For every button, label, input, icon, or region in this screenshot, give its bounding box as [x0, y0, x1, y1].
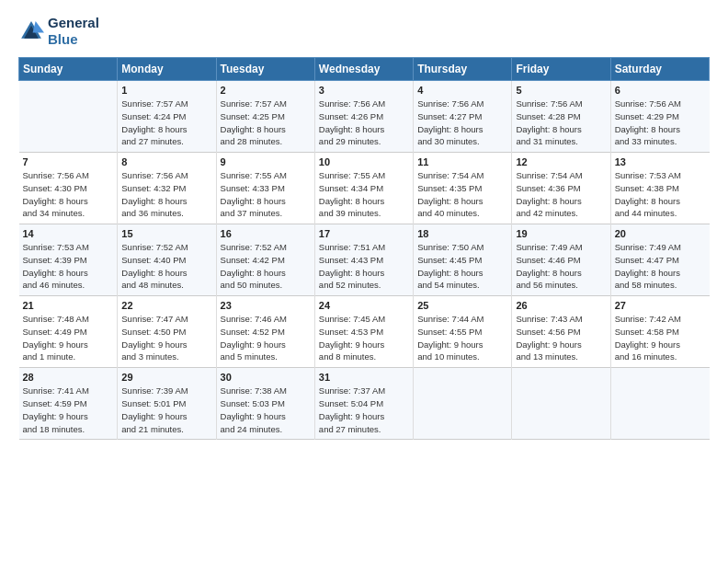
calendar-cell: 19Sunrise: 7:49 AM Sunset: 4:46 PM Dayli… [512, 224, 610, 296]
day-number: 2 [221, 85, 311, 96]
day-number: 4 [417, 85, 507, 96]
calendar-row-0: 1Sunrise: 7:57 AM Sunset: 4:24 PM Daylig… [19, 81, 710, 153]
day-number: 30 [221, 372, 311, 383]
column-headers: SundayMondayTuesdayWednesdayThursdayFrid… [19, 58, 710, 81]
calendar-cell: 28Sunrise: 7:41 AM Sunset: 4:59 PM Dayli… [19, 368, 118, 440]
day-number: 10 [319, 156, 409, 167]
calendar-row-1: 7Sunrise: 7:56 AM Sunset: 4:30 PM Daylig… [19, 153, 710, 224]
calendar-cell [512, 368, 610, 440]
day-info: Sunrise: 7:49 AM Sunset: 4:46 PM Dayligh… [516, 241, 606, 292]
day-number: 8 [121, 156, 211, 167]
day-info: Sunrise: 7:46 AM Sunset: 4:52 PM Dayligh… [221, 313, 311, 363]
day-number: 22 [121, 300, 211, 311]
day-number: 1 [121, 85, 211, 96]
logo-icon [18, 18, 44, 44]
day-number: 24 [319, 300, 409, 311]
calendar-cell: 25Sunrise: 7:44 AM Sunset: 4:55 PM Dayli… [414, 296, 512, 368]
day-number: 3 [319, 85, 409, 96]
day-info: Sunrise: 7:56 AM Sunset: 4:28 PM Dayligh… [516, 98, 606, 148]
calendar-cell: 2Sunrise: 7:57 AM Sunset: 4:25 PM Daylig… [216, 81, 314, 153]
calendar-row-2: 14Sunrise: 7:53 AM Sunset: 4:39 PM Dayli… [19, 224, 710, 296]
calendar-cell: 11Sunrise: 7:54 AM Sunset: 4:35 PM Dayli… [414, 153, 512, 224]
calendar-cell: 10Sunrise: 7:55 AM Sunset: 4:34 PM Dayli… [314, 153, 413, 224]
day-info: Sunrise: 7:48 AM Sunset: 4:49 PM Dayligh… [23, 313, 114, 363]
day-info: Sunrise: 7:52 AM Sunset: 4:42 PM Dayligh… [221, 241, 311, 292]
day-info: Sunrise: 7:49 AM Sunset: 4:47 PM Dayligh… [615, 241, 706, 292]
day-info: Sunrise: 7:51 AM Sunset: 4:43 PM Dayligh… [319, 241, 409, 292]
day-number: 27 [615, 300, 706, 311]
calendar-cell: 31Sunrise: 7:37 AM Sunset: 5:04 PM Dayli… [314, 368, 413, 440]
calendar-cell: 18Sunrise: 7:50 AM Sunset: 4:45 PM Dayli… [414, 224, 512, 296]
day-number: 21 [23, 300, 114, 311]
day-info: Sunrise: 7:57 AM Sunset: 4:24 PM Dayligh… [121, 98, 211, 148]
day-number: 12 [516, 156, 606, 167]
day-number: 18 [417, 228, 507, 239]
header: General Blue [18, 15, 710, 48]
day-info: Sunrise: 7:57 AM Sunset: 4:25 PM Dayligh… [221, 98, 311, 148]
day-info: Sunrise: 7:44 AM Sunset: 4:55 PM Dayligh… [417, 313, 507, 363]
day-info: Sunrise: 7:50 AM Sunset: 4:45 PM Dayligh… [417, 241, 507, 292]
calendar-cell: 30Sunrise: 7:38 AM Sunset: 5:03 PM Dayli… [216, 368, 314, 440]
col-header-sunday: Sunday [19, 58, 118, 81]
calendar-cell: 12Sunrise: 7:54 AM Sunset: 4:36 PM Dayli… [512, 153, 610, 224]
calendar-cell: 9Sunrise: 7:55 AM Sunset: 4:33 PM Daylig… [216, 153, 314, 224]
day-number: 25 [417, 300, 507, 311]
day-info: Sunrise: 7:38 AM Sunset: 5:03 PM Dayligh… [221, 385, 311, 435]
calendar-cell: 13Sunrise: 7:53 AM Sunset: 4:38 PM Dayli… [610, 153, 709, 224]
day-number: 31 [319, 372, 409, 383]
calendar-cell: 23Sunrise: 7:46 AM Sunset: 4:52 PM Dayli… [216, 296, 314, 368]
day-info: Sunrise: 7:54 AM Sunset: 4:36 PM Dayligh… [516, 169, 606, 220]
day-number: 17 [319, 228, 409, 239]
day-info: Sunrise: 7:37 AM Sunset: 5:04 PM Dayligh… [319, 385, 409, 435]
calendar-cell: 14Sunrise: 7:53 AM Sunset: 4:39 PM Dayli… [19, 224, 118, 296]
day-number: 16 [221, 228, 311, 239]
day-number: 7 [23, 156, 114, 167]
calendar-cell: 3Sunrise: 7:56 AM Sunset: 4:26 PM Daylig… [314, 81, 413, 153]
calendar-cell: 8Sunrise: 7:56 AM Sunset: 4:32 PM Daylig… [118, 153, 216, 224]
calendar-cell: 24Sunrise: 7:45 AM Sunset: 4:53 PM Dayli… [314, 296, 413, 368]
col-header-wednesday: Wednesday [314, 58, 413, 81]
calendar-cell: 22Sunrise: 7:47 AM Sunset: 4:50 PM Dayli… [118, 296, 216, 368]
day-number: 5 [516, 85, 606, 96]
day-info: Sunrise: 7:52 AM Sunset: 4:40 PM Dayligh… [121, 241, 211, 292]
page: General Blue SundayMondayTuesdayWednesda… [0, 0, 728, 563]
day-number: 29 [121, 372, 211, 383]
day-number: 14 [23, 228, 114, 239]
calendar-cell [610, 368, 709, 440]
logo: General Blue [18, 15, 99, 48]
day-info: Sunrise: 7:45 AM Sunset: 4:53 PM Dayligh… [319, 313, 409, 363]
calendar-cell: 4Sunrise: 7:56 AM Sunset: 4:27 PM Daylig… [414, 81, 512, 153]
calendar-cell: 7Sunrise: 7:56 AM Sunset: 4:30 PM Daylig… [19, 153, 118, 224]
day-number: 19 [516, 228, 606, 239]
calendar-cell [414, 368, 512, 440]
calendar-cell: 27Sunrise: 7:42 AM Sunset: 4:58 PM Dayli… [610, 296, 709, 368]
day-info: Sunrise: 7:47 AM Sunset: 4:50 PM Dayligh… [121, 313, 211, 363]
calendar-cell: 17Sunrise: 7:51 AM Sunset: 4:43 PM Dayli… [314, 224, 413, 296]
day-number: 26 [516, 300, 606, 311]
logo-text: General Blue [48, 15, 99, 48]
calendar-cell: 21Sunrise: 7:48 AM Sunset: 4:49 PM Dayli… [19, 296, 118, 368]
col-header-saturday: Saturday [610, 58, 709, 81]
day-info: Sunrise: 7:56 AM Sunset: 4:26 PM Dayligh… [319, 98, 409, 148]
day-info: Sunrise: 7:56 AM Sunset: 4:29 PM Dayligh… [615, 98, 706, 148]
day-number: 6 [615, 85, 706, 96]
day-number: 15 [121, 228, 211, 239]
calendar-cell: 6Sunrise: 7:56 AM Sunset: 4:29 PM Daylig… [610, 81, 709, 153]
calendar-row-4: 28Sunrise: 7:41 AM Sunset: 4:59 PM Dayli… [19, 368, 710, 440]
day-info: Sunrise: 7:42 AM Sunset: 4:58 PM Dayligh… [615, 313, 706, 363]
day-info: Sunrise: 7:55 AM Sunset: 4:33 PM Dayligh… [221, 169, 311, 220]
col-header-tuesday: Tuesday [216, 58, 314, 81]
calendar-cell: 16Sunrise: 7:52 AM Sunset: 4:42 PM Dayli… [216, 224, 314, 296]
day-info: Sunrise: 7:56 AM Sunset: 4:32 PM Dayligh… [121, 169, 211, 220]
day-number: 20 [615, 228, 706, 239]
day-number: 9 [221, 156, 311, 167]
col-header-friday: Friday [512, 58, 610, 81]
day-info: Sunrise: 7:54 AM Sunset: 4:35 PM Dayligh… [417, 169, 507, 220]
calendar-cell: 20Sunrise: 7:49 AM Sunset: 4:47 PM Dayli… [610, 224, 709, 296]
calendar-cell: 29Sunrise: 7:39 AM Sunset: 5:01 PM Dayli… [118, 368, 216, 440]
day-info: Sunrise: 7:39 AM Sunset: 5:01 PM Dayligh… [121, 385, 211, 435]
col-header-thursday: Thursday [414, 58, 512, 81]
col-header-monday: Monday [118, 58, 216, 81]
calendar-cell: 15Sunrise: 7:52 AM Sunset: 4:40 PM Dayli… [118, 224, 216, 296]
calendar-cell: 1Sunrise: 7:57 AM Sunset: 4:24 PM Daylig… [118, 81, 216, 153]
